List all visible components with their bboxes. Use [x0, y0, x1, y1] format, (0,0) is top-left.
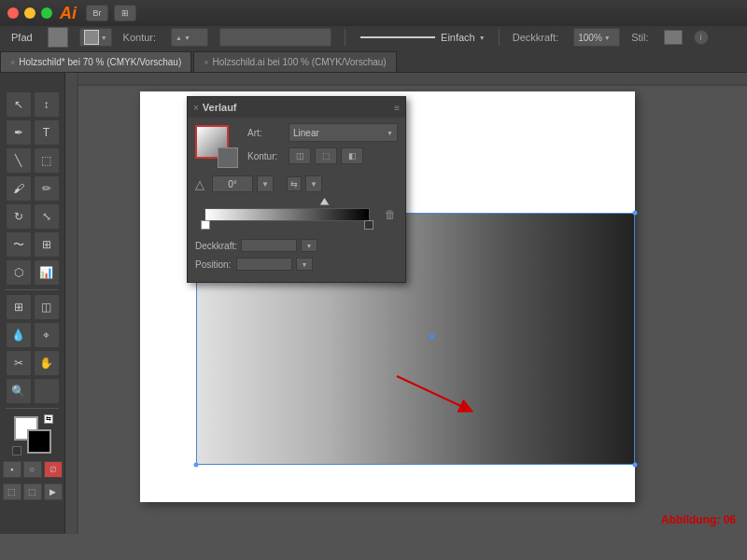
gradient-stop-right[interactable]	[364, 220, 374, 230]
gradient-midpoint-stop[interactable]	[320, 198, 330, 205]
reverse-gradient-icon[interactable]: ⇆	[287, 176, 302, 191]
kontur-btn-1[interactable]: ◫	[289, 147, 311, 164]
arrange-icon: ⊞	[114, 5, 136, 21]
presentation-mode[interactable]: ▶	[44, 483, 63, 500]
kontur-btn-3[interactable]: ◧	[341, 147, 363, 164]
pencil-tool[interactable]: ✏	[34, 175, 60, 202]
zoom-tool[interactable]: 🔍	[6, 378, 32, 404]
mesh-tool[interactable]: ⊞	[6, 294, 32, 320]
fill-swatch[interactable]	[48, 27, 68, 48]
position-slider[interactable]	[236, 258, 292, 271]
stil-swatch[interactable]	[664, 30, 683, 45]
verlauf-close-icon[interactable]: ×	[193, 103, 199, 113]
column-graph-tool[interactable]: 📊	[34, 259, 60, 286]
blend-tool[interactable]: ⌖	[34, 322, 60, 348]
gradient-slider-bar[interactable]	[204, 208, 370, 221]
symbol-tool[interactable]: ⬡	[6, 259, 32, 286]
ruler-horizontal	[65, 73, 747, 86]
ruler-corner	[2, 77, 63, 90]
verlauf-menu-icon[interactable]: ≡	[394, 103, 400, 113]
background-color[interactable]	[27, 429, 51, 454]
menu-pfad[interactable]: Pfad	[7, 30, 36, 45]
screen-mode[interactable]: ⬚	[23, 483, 42, 500]
kontur-dropdown[interactable]: ▲ ▼	[171, 28, 208, 47]
ruler-h-svg	[65, 73, 747, 86]
verlauf-art-label-row: Art: Linear ▼	[247, 123, 398, 142]
tab-label-0: Holzschild* bei 70 % (CMYK/Vorschau)	[19, 57, 181, 67]
color-swatch-area: ⇆	[2, 416, 63, 454]
rotate-tool[interactable]: ↻	[6, 203, 32, 230]
position-label-panel: Position:	[195, 259, 233, 270]
einfach-label: Einfach	[441, 32, 475, 43]
art-label: Art:	[247, 128, 285, 138]
hand-tool[interactable]: ✋	[34, 350, 60, 376]
scale-tool[interactable]: ⤡	[34, 203, 60, 230]
none-icon[interactable]: ∅	[44, 461, 63, 478]
tab-1[interactable]: × Holzschild.ai bei 100 % (CMYK/Vorschau…	[193, 51, 396, 72]
stroke-icon[interactable]: ○	[23, 461, 42, 478]
deckkraft-slider-dropdown[interactable]: ▼	[301, 239, 317, 252]
stroke-style-dropdown[interactable]	[219, 28, 331, 47]
select-tool[interactable]: ↖	[6, 91, 32, 118]
direct-select-tool[interactable]: ↕	[34, 91, 60, 118]
normal-mode[interactable]: ⬚	[3, 483, 21, 500]
tab-close-1[interactable]: ×	[204, 58, 208, 67]
pen-tool[interactable]: ✒	[6, 119, 32, 146]
extra-tool[interactable]	[34, 378, 60, 404]
tool-row-8: ⊞ ◫	[2, 294, 63, 320]
eyedropper-tool[interactable]: 💧	[6, 322, 32, 348]
paintbrush-tool[interactable]: 🖌	[6, 175, 32, 202]
selection-handle-br[interactable]	[633, 463, 638, 468]
toolbar-separator-2	[499, 29, 500, 46]
tool-row-1: ↖ ↕	[2, 91, 63, 118]
rect-tool[interactable]: ⬚	[34, 147, 60, 174]
tools-panel: ↖ ↕ ✒ T ╲ ⬚ 🖌 ✏ ↻ ⤡ 〜 ⊞ ⬡ 📊 ⊞ ◫	[0, 73, 65, 534]
tool-row-2: ✒ T	[2, 119, 63, 146]
delete-stop-button[interactable]: 🗑	[383, 207, 398, 222]
position-slider-dropdown[interactable]: ▼	[296, 258, 313, 271]
tab-label-1: Holzschild.ai bei 100 % (CMYK/Vorschau)	[213, 57, 387, 67]
swap-colors-icon[interactable]: ⇆	[44, 414, 53, 424]
minimize-button[interactable]	[24, 7, 35, 19]
stroke-swatch-btn[interactable]: ▼	[79, 28, 112, 47]
close-button[interactable]	[7, 7, 19, 19]
gradient-tool[interactable]: ◫	[34, 294, 60, 320]
toolbar-separator-1	[345, 29, 345, 46]
tab-close-0[interactable]: ×	[10, 58, 15, 67]
svg-rect-2	[65, 73, 78, 534]
art-dropdown[interactable]: Linear ▼	[289, 123, 398, 142]
tool-row-4: 🖌 ✏	[2, 175, 63, 202]
text-tool[interactable]: T	[34, 119, 60, 146]
reset-colors-icon[interactable]	[12, 446, 21, 455]
deckkraft-slider[interactable]	[241, 239, 297, 252]
fill-icon[interactable]: ▪	[3, 461, 21, 478]
verlauf-art-row: Art: Linear ▼ Kontur: ◫ ⬚ ◧	[195, 123, 398, 170]
main-area: ↖ ↕ ✒ T ╲ ⬚ 🖌 ✏ ↻ ⤡ 〜 ⊞ ⬡ 📊 ⊞ ◫	[0, 73, 747, 534]
angle-input[interactable]: 0°	[212, 175, 253, 192]
deckkraft-label-panel: Deckkraft:	[195, 241, 237, 251]
canvas-area: × Verlauf ≡ Art: Linear	[65, 73, 747, 534]
tab-0[interactable]: × Holzschild* bei 70 % (CMYK/Vorschau)	[0, 51, 191, 72]
verlauf-swatch-bg	[218, 147, 238, 168]
free-transform-tool[interactable]: ⊞	[34, 231, 60, 258]
kontur-btn-2[interactable]: ⬚	[315, 147, 337, 164]
tool-row-9: 💧 ⌖	[2, 322, 63, 348]
maximize-button[interactable]	[41, 7, 52, 19]
line-tool[interactable]: ╲	[6, 147, 32, 174]
tool-row-5: ↻ ⤡	[2, 203, 63, 230]
selection-handle-tr[interactable]	[633, 211, 638, 216]
verlauf-preview-swatch[interactable]	[195, 125, 238, 168]
deckkraft-input[interactable]: 100% ▼	[573, 28, 620, 47]
reverse-dropdown[interactable]: ▼	[305, 175, 322, 192]
selection-handle-bl[interactable]	[194, 463, 199, 468]
angle-dropdown[interactable]: ▼	[257, 175, 274, 192]
info-icon: i	[694, 30, 709, 45]
doc-icon: Br	[86, 5, 108, 21]
gradient-slider-container: 🗑	[195, 198, 398, 222]
warp-tool[interactable]: 〜	[6, 231, 32, 258]
gradient-stop-left[interactable]	[201, 220, 210, 230]
fill-stroke-row: ▪ ○ ∅	[2, 461, 63, 478]
scissors-tool[interactable]: ✂	[6, 350, 32, 376]
verlauf-titlebar[interactable]: × Verlauf ≡	[188, 97, 405, 118]
line-style-selector[interactable]: Einfach ▼	[359, 32, 486, 43]
